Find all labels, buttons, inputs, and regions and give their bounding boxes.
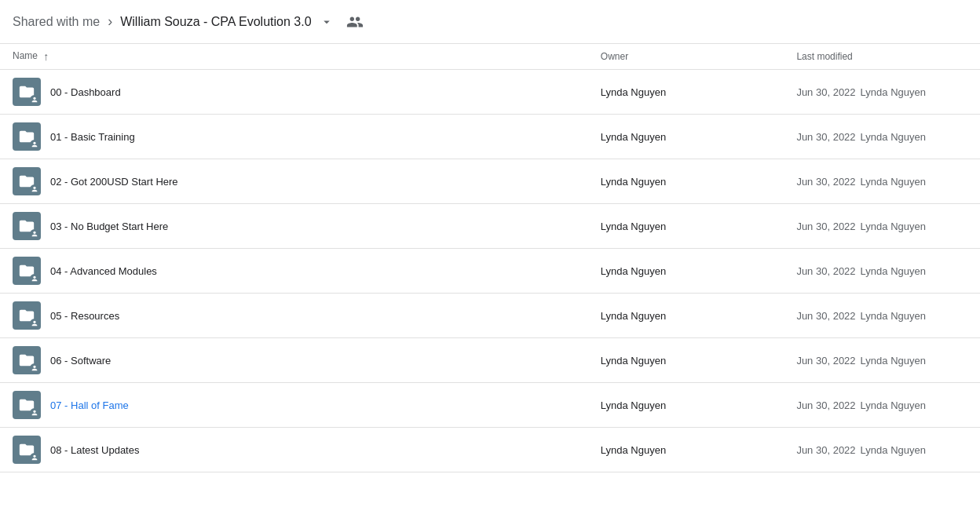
file-name: 02 - Got 200USD Start Here <box>50 176 178 188</box>
modified-date: Jun 30, 2022 <box>796 399 855 411</box>
modified-date: Jun 30, 2022 <box>796 265 855 277</box>
modified-date: Jun 30, 2022 <box>796 444 855 456</box>
modified-cell-4: Jun 30, 2022 Lynda Nguyen <box>784 249 980 294</box>
modified-by: Lynda Nguyen <box>861 265 926 277</box>
file-name: 05 - Resources <box>50 310 119 322</box>
name-cell-0: 00 - Dashboard <box>0 70 588 115</box>
owner-cell-7[interactable]: Lynda Nguyen <box>588 383 784 428</box>
table-row[interactable]: 00 - Dashboard Lynda Nguyen Jun 30, 2022… <box>0 70 980 115</box>
modified-cell-7: Jun 30, 2022 Lynda Nguyen <box>784 383 980 428</box>
modified-by: Lynda Nguyen <box>861 86 926 98</box>
modified-date: Jun 30, 2022 <box>796 355 855 367</box>
modified-cell-0: Jun 30, 2022 Lynda Nguyen <box>784 70 980 115</box>
folder-icon <box>13 167 41 195</box>
modified-by: Lynda Nguyen <box>861 131 926 143</box>
folder-icon <box>13 391 41 419</box>
column-header-last-modified[interactable]: Last modified <box>784 44 980 70</box>
modified-by: Lynda Nguyen <box>861 399 926 411</box>
file-table: Name ↑ Owner Last modified 00 - Dashboar… <box>0 44 980 472</box>
modified-date: Jun 30, 2022 <box>796 221 855 232</box>
shared-badge <box>30 184 39 194</box>
folder-icon <box>13 78 41 106</box>
owner-cell-0[interactable]: Lynda Nguyen <box>588 70 784 115</box>
shared-badge <box>30 363 39 373</box>
shared-badge <box>30 95 39 104</box>
table-row[interactable]: 01 - Basic Training Lynda Nguyen Jun 30,… <box>0 115 980 159</box>
owner-cell-3[interactable]: Lynda Nguyen <box>588 204 784 249</box>
owner-cell-5[interactable]: Lynda Nguyen <box>588 294 784 338</box>
column-header-name[interactable]: Name ↑ <box>0 44 588 70</box>
name-cell-6: 06 - Software <box>0 338 588 383</box>
file-name: 04 - Advanced Modules <box>50 265 157 277</box>
name-cell-8: 08 - Latest Updates <box>0 428 588 472</box>
folder-icon <box>13 212 41 240</box>
modified-by: Lynda Nguyen <box>861 444 926 456</box>
column-header-owner[interactable]: Owner <box>588 44 784 70</box>
shared-badge <box>30 319 39 328</box>
name-cell-3: 03 - No Budget Start Here <box>0 204 588 249</box>
people-icon[interactable] <box>346 13 364 31</box>
shared-badge <box>30 140 39 149</box>
folder-icon <box>13 257 41 285</box>
modified-cell-2: Jun 30, 2022 Lynda Nguyen <box>784 159 980 204</box>
modified-by: Lynda Nguyen <box>861 176 926 188</box>
breadcrumb-shared-link[interactable]: Shared with me <box>13 15 100 29</box>
sort-ascending-icon: ↑ <box>43 50 49 63</box>
name-cell-1: 01 - Basic Training <box>0 115 588 159</box>
modified-date: Jun 30, 2022 <box>796 131 855 143</box>
modified-date: Jun 30, 2022 <box>796 176 855 188</box>
file-name: 03 - No Budget Start Here <box>50 221 168 232</box>
table-row[interactable]: 03 - No Budget Start Here Lynda Nguyen J… <box>0 204 980 249</box>
table-row[interactable]: 07 - Hall of Fame Lynda Nguyen Jun 30, 2… <box>0 383 980 428</box>
modified-cell-6: Jun 30, 2022 Lynda Nguyen <box>784 338 980 383</box>
breadcrumb-current-folder: William Souza - CPA Evolution 3.0 <box>120 15 311 29</box>
modified-cell-5: Jun 30, 2022 Lynda Nguyen <box>784 294 980 338</box>
owner-cell-2[interactable]: Lynda Nguyen <box>588 159 784 204</box>
shared-badge <box>30 453 39 462</box>
modified-cell-3: Jun 30, 2022 Lynda Nguyen <box>784 204 980 249</box>
name-cell-2: 02 - Got 200USD Start Here <box>0 159 588 204</box>
folder-icon <box>13 436 41 464</box>
owner-cell-1[interactable]: Lynda Nguyen <box>588 115 784 159</box>
modified-by: Lynda Nguyen <box>861 310 926 322</box>
file-name: 00 - Dashboard <box>50 86 121 98</box>
file-name: 07 - Hall of Fame <box>50 399 129 411</box>
modified-by: Lynda Nguyen <box>861 221 926 232</box>
modified-date: Jun 30, 2022 <box>796 310 855 322</box>
name-cell-5: 05 - Resources <box>0 294 588 338</box>
shared-badge <box>30 274 39 283</box>
table-header-row: Name ↑ Owner Last modified <box>0 44 980 70</box>
shared-badge <box>30 229 39 239</box>
table-row[interactable]: 08 - Latest Updates Lynda Nguyen Jun 30,… <box>0 428 980 472</box>
modified-cell-1: Jun 30, 2022 Lynda Nguyen <box>784 115 980 159</box>
modified-date: Jun 30, 2022 <box>796 86 855 98</box>
owner-cell-8[interactable]: Lynda Nguyen <box>588 428 784 472</box>
table-row[interactable]: 04 - Advanced Modules Lynda Nguyen Jun 3… <box>0 249 980 294</box>
file-name: 01 - Basic Training <box>50 131 135 143</box>
modified-cell-8: Jun 30, 2022 Lynda Nguyen <box>784 428 980 472</box>
folder-icon <box>13 301 41 330</box>
owner-cell-6[interactable]: Lynda Nguyen <box>588 338 784 383</box>
modified-by: Lynda Nguyen <box>861 355 926 367</box>
table-row[interactable]: 02 - Got 200USD Start Here Lynda Nguyen … <box>0 159 980 204</box>
name-cell-4: 04 - Advanced Modules <box>0 249 588 294</box>
table-row[interactable]: 05 - Resources Lynda Nguyen Jun 30, 2022… <box>0 294 980 338</box>
name-cell-7: 07 - Hall of Fame <box>0 383 588 428</box>
owner-cell-4[interactable]: Lynda Nguyen <box>588 249 784 294</box>
file-name: 08 - Latest Updates <box>50 444 139 456</box>
file-name: 06 - Software <box>50 355 111 367</box>
folder-icon <box>13 122 41 151</box>
folder-icon <box>13 346 41 374</box>
shared-badge <box>30 408 39 418</box>
breadcrumb-bar: Shared with me › William Souza - CPA Evo… <box>0 0 980 44</box>
chevron-down-icon[interactable] <box>320 15 334 29</box>
table-row[interactable]: 06 - Software Lynda Nguyen Jun 30, 2022 … <box>0 338 980 383</box>
breadcrumb-separator: › <box>108 13 112 30</box>
